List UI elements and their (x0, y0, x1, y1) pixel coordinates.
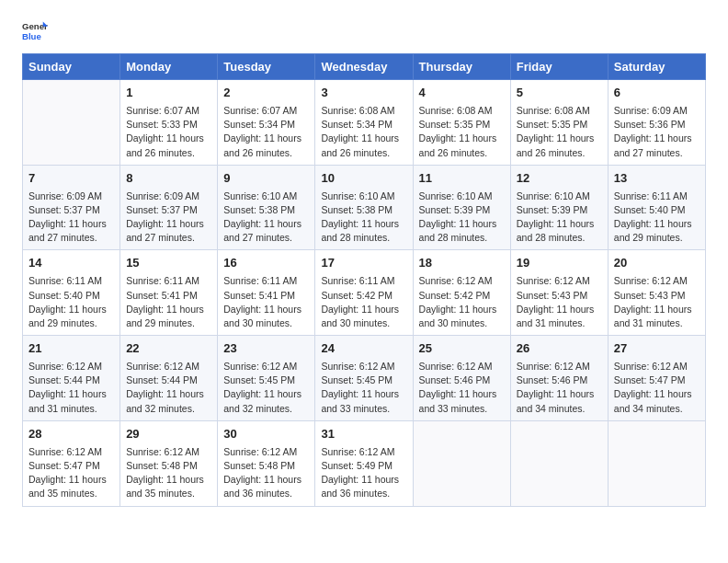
day-number: 19 (517, 255, 602, 272)
day-info-line: Sunrise: 6:10 AM (223, 190, 309, 203)
day-info-line: Daylight: 11 hours (614, 303, 700, 316)
day-info-line: and 28 minutes. (419, 231, 505, 245)
calendar-cell: 4Sunrise: 6:08 AMSunset: 5:35 PMDaylight… (413, 80, 510, 166)
day-number: 22 (126, 340, 211, 358)
day-info-line: Daylight: 11 hours (126, 303, 211, 316)
day-number: 8 (126, 170, 211, 188)
day-info-line: and 26 minutes. (321, 146, 406, 160)
day-info-line: and 27 minutes. (223, 231, 309, 245)
day-info-line: Sunrise: 6:12 AM (126, 360, 211, 373)
calendar-header-day: Wednesday (315, 54, 413, 80)
calendar-cell: 3Sunrise: 6:08 AMSunset: 5:34 PMDaylight… (315, 80, 413, 166)
day-info-line: and 35 minutes. (126, 487, 211, 500)
calendar-cell: 10Sunrise: 6:10 AMSunset: 5:38 PMDayligh… (315, 165, 413, 250)
day-info-line: Sunrise: 6:09 AM (126, 190, 211, 203)
day-info-line: and 31 minutes. (614, 316, 700, 330)
calendar-cell: 13Sunrise: 6:11 AMSunset: 5:40 PMDayligh… (608, 165, 705, 250)
calendar-week-row: 14Sunrise: 6:11 AMSunset: 5:40 PMDayligh… (23, 250, 706, 336)
calendar-cell: 14Sunrise: 6:11 AMSunset: 5:40 PMDayligh… (23, 250, 120, 336)
day-info-line: Sunrise: 6:07 AM (126, 104, 211, 118)
day-info-line: Sunset: 5:37 PM (28, 203, 114, 217)
day-info-line: Daylight: 11 hours (517, 303, 602, 316)
calendar-cell: 27Sunrise: 6:12 AMSunset: 5:47 PMDayligh… (608, 336, 705, 421)
day-info-line: Sunset: 5:40 PM (28, 289, 114, 303)
calendar-cell: 18Sunrise: 6:12 AMSunset: 5:42 PMDayligh… (413, 250, 510, 336)
day-info-line: Daylight: 11 hours (321, 473, 406, 487)
day-info-line: Daylight: 11 hours (517, 387, 602, 401)
day-info-line: and 34 minutes. (517, 402, 602, 416)
day-info-line: Sunrise: 6:12 AM (517, 360, 602, 373)
day-number: 17 (321, 255, 406, 272)
day-info-line: and 33 minutes. (321, 402, 406, 416)
day-number: 21 (28, 340, 114, 358)
day-number: 5 (517, 85, 602, 102)
day-info-line: and 32 minutes. (223, 402, 309, 416)
day-info-line: Sunset: 5:37 PM (126, 203, 211, 217)
calendar-cell: 6Sunrise: 6:09 AMSunset: 5:36 PMDaylight… (608, 80, 705, 166)
day-info-line: and 27 minutes. (28, 231, 114, 245)
day-info-line: Daylight: 11 hours (614, 132, 700, 145)
day-info-line: Sunrise: 6:12 AM (517, 274, 602, 288)
day-info-line: Sunrise: 6:10 AM (419, 190, 505, 203)
day-number: 10 (321, 170, 406, 188)
day-number: 1 (126, 85, 211, 102)
day-number: 29 (126, 426, 211, 443)
calendar-body: 1Sunrise: 6:07 AMSunset: 5:33 PMDaylight… (23, 80, 706, 507)
day-info-line: and 35 minutes. (28, 487, 114, 500)
day-number: 24 (321, 340, 406, 358)
day-info-line: Sunset: 5:44 PM (126, 373, 211, 387)
day-info-line: Sunrise: 6:12 AM (419, 274, 505, 288)
day-info-line: Daylight: 11 hours (517, 132, 602, 145)
day-info-line: Sunset: 5:38 PM (321, 203, 406, 217)
day-info-line: Sunrise: 6:12 AM (223, 360, 309, 373)
day-info-line: Daylight: 11 hours (321, 217, 406, 231)
day-info-line: and 31 minutes. (28, 402, 114, 416)
day-info-line: and 28 minutes. (321, 231, 406, 245)
day-info-line: and 33 minutes. (419, 402, 505, 416)
day-info-line: Sunset: 5:49 PM (321, 459, 406, 473)
day-info-line: Sunrise: 6:12 AM (614, 360, 700, 373)
day-info-line: Sunset: 5:35 PM (419, 118, 505, 132)
calendar-cell: 21Sunrise: 6:12 AMSunset: 5:44 PMDayligh… (23, 336, 120, 421)
day-info-line: Daylight: 11 hours (614, 387, 700, 401)
calendar-header-row: SundayMondayTuesdayWednesdayThursdayFrid… (23, 54, 706, 80)
day-info-line: Daylight: 11 hours (419, 303, 505, 316)
day-info-line: Sunrise: 6:12 AM (419, 360, 505, 373)
day-info-line: and 28 minutes. (517, 231, 602, 245)
calendar-cell (413, 420, 510, 506)
day-info-line: Sunset: 5:40 PM (614, 203, 700, 217)
calendar-cell: 26Sunrise: 6:12 AMSunset: 5:46 PMDayligh… (510, 336, 608, 421)
calendar-cell: 16Sunrise: 6:11 AMSunset: 5:41 PMDayligh… (218, 250, 315, 336)
day-info-line: Sunset: 5:39 PM (517, 203, 602, 217)
day-info-line: Daylight: 11 hours (614, 217, 700, 231)
calendar-cell: 15Sunrise: 6:11 AMSunset: 5:41 PMDayligh… (120, 250, 218, 336)
calendar-header-day: Thursday (413, 54, 510, 80)
day-info-line: Sunrise: 6:07 AM (223, 104, 309, 118)
day-number: 27 (614, 340, 700, 358)
day-info-line: Sunset: 5:33 PM (126, 118, 211, 132)
day-info-line: Daylight: 11 hours (126, 473, 211, 487)
calendar-week-row: 21Sunrise: 6:12 AMSunset: 5:44 PMDayligh… (23, 336, 706, 421)
day-info-line: Daylight: 11 hours (28, 217, 114, 231)
day-info-line: and 30 minutes. (223, 316, 309, 330)
day-info-line: Sunset: 5:45 PM (223, 373, 309, 387)
day-info-line: Sunset: 5:47 PM (28, 459, 114, 473)
day-info-line: Sunrise: 6:12 AM (321, 360, 406, 373)
day-info-line: and 26 minutes. (419, 146, 505, 160)
day-info-line: and 29 minutes. (126, 316, 211, 330)
day-number: 9 (223, 170, 309, 188)
calendar-cell: 19Sunrise: 6:12 AMSunset: 5:43 PMDayligh… (510, 250, 608, 336)
day-info-line: and 29 minutes. (614, 231, 700, 245)
day-info-line: Sunset: 5:36 PM (614, 118, 700, 132)
calendar-week-row: 7Sunrise: 6:09 AMSunset: 5:37 PMDaylight… (23, 165, 706, 250)
day-info-line: and 31 minutes. (517, 316, 602, 330)
day-info-line: Sunrise: 6:11 AM (126, 274, 211, 288)
calendar-week-row: 1Sunrise: 6:07 AMSunset: 5:33 PMDaylight… (23, 80, 706, 166)
day-info-line: Sunrise: 6:12 AM (223, 445, 309, 459)
day-info-line: Sunset: 5:34 PM (321, 118, 406, 132)
day-info-line: Sunset: 5:46 PM (517, 373, 602, 387)
day-info-line: Daylight: 11 hours (223, 132, 309, 145)
calendar-table: SundayMondayTuesdayWednesdayThursdayFrid… (22, 53, 706, 507)
day-number: 18 (419, 255, 505, 272)
day-info-line: and 26 minutes. (223, 146, 309, 160)
